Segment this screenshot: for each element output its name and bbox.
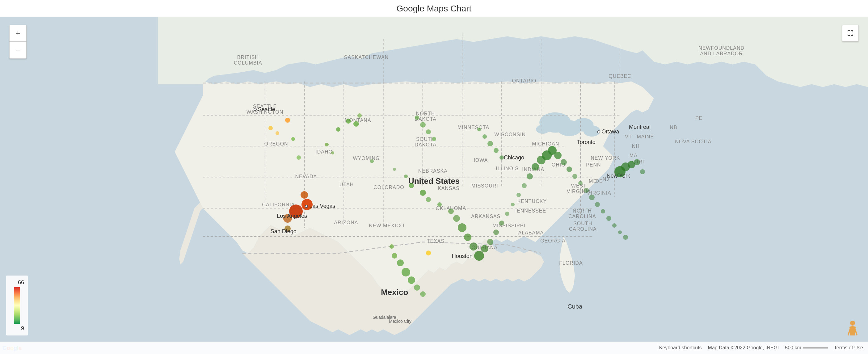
map-title: Google Maps Chart: [397, 4, 472, 13]
city-label-seattle: Seattle: [258, 106, 275, 113]
legend-max-value: 66: [10, 279, 24, 286]
city-dot-ottawa: [597, 130, 600, 133]
svg-point-5: [536, 125, 550, 134]
zoom-controls: + −: [9, 25, 27, 59]
city-group-chicago: Chicago: [504, 155, 524, 161]
zoom-in-button[interactable]: +: [9, 25, 26, 42]
scale-bar: 500 km: [785, 345, 828, 351]
city-label-montreal: Montreal: [629, 124, 651, 130]
city-dot-las-vegas: [305, 205, 308, 208]
legend: 66 9: [6, 276, 28, 335]
zoom-out-button[interactable]: −: [9, 42, 26, 58]
city-dot-seattle: [254, 108, 257, 111]
fullscreen-button[interactable]: [842, 25, 859, 41]
map-data-label: Map Data ©2022 Google, INEGI: [708, 345, 779, 351]
city-group-seattle: Seattle: [254, 106, 275, 113]
city-label-ottawa: Ottawa: [601, 129, 619, 135]
bottom-bar: Keyboard shortcuts Map Data ©2022 Google…: [0, 342, 868, 354]
city-group-montreal: Montreal: [629, 124, 651, 130]
fullscreen-icon: [847, 29, 854, 37]
city-group-las-vegas: Las Vegas: [305, 203, 335, 210]
city-label-san-diego: San Diego: [271, 228, 297, 235]
city-label-toronto: Toronto: [577, 139, 595, 146]
svg-point-26: [850, 321, 855, 326]
city-group-los-angeles: Los Angeles: [277, 213, 307, 219]
city-group-ottawa: Ottawa: [597, 129, 619, 135]
terms-of-use-link[interactable]: Terms of Use: [834, 345, 863, 351]
legend-min-value: 9: [10, 325, 24, 332]
city-label-chicago: Chicago: [504, 155, 524, 161]
city-group-san-diego: San Diego: [271, 228, 297, 235]
map-svg: [0, 17, 868, 354]
city-label-los-angeles: Los Angeles: [277, 213, 307, 219]
scale-line: [803, 348, 828, 348]
map-title-bar: Google Maps Chart: [0, 0, 868, 17]
keyboard-shortcuts-link[interactable]: Keyboard shortcuts: [659, 345, 702, 351]
street-view-figure: [846, 320, 859, 339]
city-group-toronto: Toronto: [577, 139, 595, 146]
city-group-houston: Houston: [452, 253, 473, 259]
city-label-new-york: New York: [607, 173, 630, 179]
map-background[interactable]: BRITISH COLUMBIASASKATCHEWANONTARIOQUEBE…: [0, 17, 868, 354]
street-view-icon[interactable]: [846, 320, 859, 339]
legend-gradient: [14, 287, 20, 324]
map-container: Google Maps Chart: [0, 0, 868, 354]
city-group-new-york: New York: [607, 173, 630, 179]
city-label-houston: Houston: [452, 253, 473, 259]
scale-label: 500 km: [785, 345, 801, 351]
city-label-las-vegas: Las Vegas: [309, 203, 335, 210]
